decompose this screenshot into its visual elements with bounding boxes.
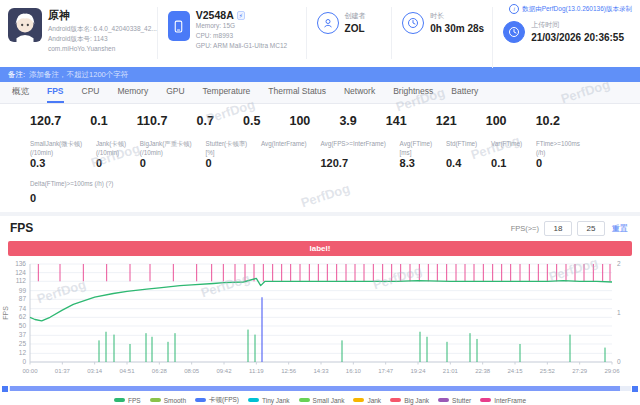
legend-marker-icon bbox=[390, 398, 401, 402]
legend-item-fps[interactable]: FPS bbox=[114, 396, 141, 405]
tab-cpu[interactable]: CPU bbox=[82, 82, 100, 103]
device-memory: Memory: 15G bbox=[196, 21, 287, 31]
scrollbar-left-handle[interactable] bbox=[2, 386, 8, 392]
fps-chart[interactable]: 0122537506274879911212413601200:0001:370… bbox=[0, 258, 640, 384]
tab-brightness[interactable]: Brightness bbox=[393, 82, 433, 103]
tab-battery[interactable]: Battery bbox=[451, 82, 478, 103]
app-version-code: Android版本号: 1143 bbox=[48, 34, 157, 44]
stat-std-ftime: Std(FTime) 0.4 bbox=[446, 140, 477, 169]
legend-item-big-jank[interactable]: Big Jank bbox=[390, 396, 429, 405]
svg-text:2: 2 bbox=[617, 260, 621, 267]
legend-marker-icon bbox=[480, 398, 491, 402]
svg-text:08:05: 08:05 bbox=[184, 368, 200, 374]
legend-marker-icon bbox=[438, 398, 449, 402]
scrollbar-right-handle[interactable] bbox=[632, 386, 638, 392]
fps-threshold-high-input[interactable] bbox=[577, 221, 605, 236]
top-stat: 100 bbox=[486, 114, 507, 128]
legend-item-jank[interactable]: Jank bbox=[353, 396, 381, 405]
legend-item--fps-[interactable]: 卡顿(FPS) bbox=[195, 396, 239, 405]
note-bar[interactable]: 备注: 添加备注，不超过1200个字符 bbox=[0, 67, 640, 82]
svg-text:22:38: 22:38 bbox=[475, 368, 491, 374]
legend-marker-icon bbox=[353, 398, 364, 402]
upload-time-info: 上传时间 21/03/2026 20:36:55 bbox=[492, 7, 632, 68]
svg-text:27:29: 27:29 bbox=[572, 368, 588, 374]
fps-threshold-low-input[interactable] bbox=[544, 221, 572, 236]
svg-text:1: 1 bbox=[617, 309, 621, 316]
duration-info: 时长 0h 30m 28s bbox=[391, 7, 492, 59]
legend-item-smooth[interactable]: Smooth bbox=[150, 396, 186, 405]
top-stat: 3.9 bbox=[339, 114, 356, 128]
svg-text:11:19: 11:19 bbox=[249, 368, 264, 374]
legend-label: Smooth bbox=[164, 397, 186, 404]
tab-gpu[interactable]: GPU bbox=[166, 82, 184, 103]
fps-threshold-label: FPS(>=) bbox=[511, 224, 539, 233]
tab-fps[interactable]: FPS bbox=[47, 82, 64, 103]
device-gpu: GPU: ARM Mali-G1-Ultra MC12 bbox=[196, 41, 287, 51]
device-cpu: CPU: m8993 bbox=[196, 31, 287, 41]
help-icon[interactable]: (?) bbox=[106, 180, 114, 187]
tab-network[interactable]: Network bbox=[344, 82, 375, 103]
reset-button[interactable]: 重置 bbox=[610, 223, 630, 234]
legend-marker-icon bbox=[248, 398, 259, 402]
legend-item-tiny-jank[interactable]: Tiny Jank bbox=[248, 396, 290, 405]
tab-thermal-status[interactable]: Thermal Status bbox=[268, 82, 326, 103]
upload-clock-icon bbox=[503, 21, 525, 43]
scrollbar-track[interactable] bbox=[9, 386, 631, 391]
device-model: V2548A bbox=[196, 9, 234, 21]
legend-label: Small Jank bbox=[313, 397, 345, 404]
svg-text:01:37: 01:37 bbox=[55, 368, 71, 374]
app-package: com.miHoYo.Yuanshen bbox=[48, 44, 157, 54]
clock-glyph bbox=[407, 17, 419, 29]
fps-panel: FPS FPS(>=) 重置 label! 012253750627487991… bbox=[0, 216, 640, 405]
legend-item-small-jank[interactable]: Small Jank bbox=[299, 396, 345, 405]
svg-text:37: 37 bbox=[19, 331, 27, 338]
svg-text:0: 0 bbox=[22, 358, 26, 365]
stat-avg-fps-ge-interframe: Avg(FPS>=InterFrame) 120.7 bbox=[320, 140, 385, 169]
legend-label: Stutter bbox=[452, 397, 471, 404]
top-stat: 110.7 bbox=[137, 114, 168, 128]
svg-text:17:47: 17:47 bbox=[378, 368, 394, 374]
top-stat: 0.1 bbox=[90, 114, 107, 128]
tab-overview[interactable]: 概览 bbox=[12, 82, 29, 103]
recorder-note-text: 数据由PerfDog(13.0.260136)版本录制 bbox=[522, 5, 632, 14]
tab-memory[interactable]: Memory bbox=[117, 82, 148, 103]
top-stat: 121 bbox=[436, 114, 457, 128]
app-name: 原神 bbox=[48, 8, 157, 23]
legend-item-interframe[interactable]: InterFrame bbox=[480, 396, 526, 405]
app-avatar-image bbox=[8, 8, 42, 42]
info-icon: i bbox=[509, 4, 519, 14]
scrollbar-thumb[interactable] bbox=[10, 386, 620, 391]
phone-glyph bbox=[172, 18, 185, 35]
clock-icon bbox=[402, 12, 424, 34]
tab-temperature[interactable]: Temperature bbox=[203, 82, 251, 103]
delta-ftime-label: Delta(FTime)>=100ms (/h) bbox=[30, 180, 104, 187]
stat-jank: Jank(卡顿)(/10min) 0 bbox=[96, 140, 126, 169]
legend-item-stutter[interactable]: Stutter bbox=[438, 396, 471, 405]
svg-text:62: 62 bbox=[19, 313, 27, 320]
stats-section: 120.7 0.1 110.7 0.7 0.5 100 3.9 141 121 … bbox=[0, 104, 640, 212]
upload-clock-glyph bbox=[508, 26, 520, 38]
duration-label: 时长 bbox=[430, 11, 484, 21]
legend-label: Jank bbox=[367, 397, 381, 404]
svg-text:25: 25 bbox=[19, 339, 27, 346]
chart-scrollbar[interactable] bbox=[2, 386, 638, 392]
top-stat: 100 bbox=[289, 114, 310, 128]
delta-ftime-value: 0 bbox=[30, 192, 640, 204]
device-model-row: V2548A ⚡ bbox=[196, 9, 287, 21]
person-glyph bbox=[322, 17, 334, 29]
svg-text:87: 87 bbox=[19, 295, 27, 302]
creator-label: 创建者 bbox=[345, 11, 366, 21]
recorder-note: i 数据由PerfDog(13.0.260136)版本录制 bbox=[509, 4, 632, 14]
svg-text:29:06: 29:06 bbox=[604, 368, 620, 374]
svg-text:19:24: 19:24 bbox=[410, 368, 426, 374]
note-label: 备注: bbox=[8, 67, 25, 82]
top-stats-row: 120.7 0.1 110.7 0.7 0.5 100 3.9 141 121 … bbox=[0, 112, 640, 128]
phone-icon bbox=[168, 11, 190, 41]
stat-bigjank: BigJank(严重卡顿)(/10min) 0 bbox=[140, 140, 192, 169]
svg-text:00:00: 00:00 bbox=[22, 368, 38, 374]
avatar-illustration bbox=[8, 8, 42, 42]
legend-marker-icon bbox=[195, 398, 206, 402]
fps-panel-header: FPS FPS(>=) 重置 bbox=[0, 216, 640, 239]
device-info: V2548A ⚡ Memory: 15G CPU: m8993 GPU: ARM… bbox=[157, 7, 306, 59]
legend-label: Big Jank bbox=[404, 397, 429, 404]
